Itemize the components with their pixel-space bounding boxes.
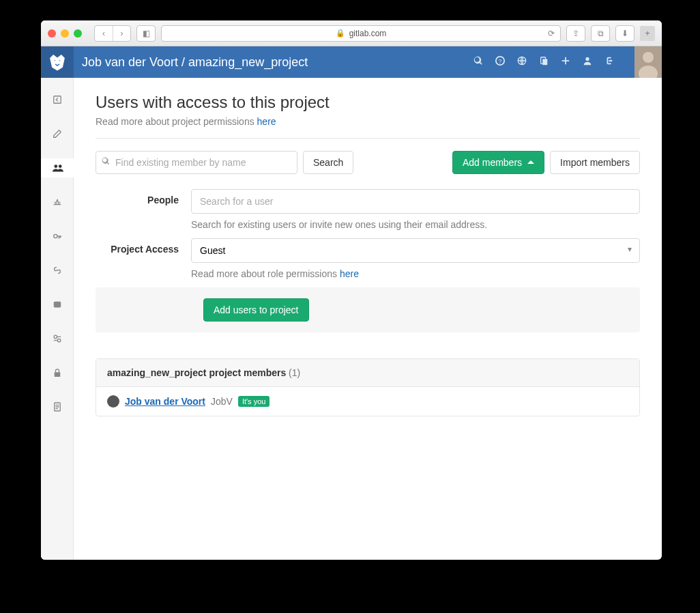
member-username: JobV [211, 396, 233, 407]
member-avatar [107, 395, 119, 408]
svg-point-13 [54, 335, 57, 338]
sidebar-item-webhooks[interactable] [41, 261, 74, 280]
members-header: amazing_new_project project members (1) [96, 359, 639, 387]
members-panel: amazing_new_project project members (1) … [96, 358, 640, 416]
sidebar-item-keys[interactable] [41, 227, 74, 246]
gitlab-header: Job van der Voort / amazing_new_project … [41, 46, 662, 78]
window-controls [48, 29, 82, 38]
sidebar-item-settings[interactable] [41, 329, 74, 348]
svg-rect-12 [53, 302, 61, 308]
nav-back-forward: ‹ › [94, 25, 131, 42]
close-window-button[interactable] [48, 29, 56, 38]
user-avatar[interactable] [635, 46, 662, 78]
svg-point-0 [54, 59, 56, 61]
page-title: Users with access to this project [96, 93, 640, 112]
sidebar-item-protected[interactable] [41, 363, 74, 382]
role-help-link[interactable]: here [340, 268, 359, 279]
access-label: Project Access [96, 238, 191, 279]
sidebar-item-docs[interactable] [41, 397, 74, 416]
url-host: gitlab.com [349, 29, 387, 38]
breadcrumb: Job van der Voort / amazing_new_project [82, 55, 308, 70]
reload-icon[interactable]: ⟳ [548, 29, 555, 38]
access-row: Project Access Guest Read more about rol… [96, 238, 640, 279]
app-body: Users with access to this project Read m… [41, 78, 662, 560]
sidebar-item-back[interactable] [41, 90, 74, 109]
sidebar-item-deploy[interactable] [41, 193, 74, 212]
search-icon [102, 157, 110, 167]
svg-point-1 [59, 59, 61, 61]
svg-rect-6 [542, 59, 547, 65]
svg-rect-15 [54, 372, 60, 377]
svg-point-11 [53, 234, 57, 238]
search-icon[interactable] [473, 56, 483, 68]
safari-window: ‹ › ◧ 🔒 gitlab.com ⟳ ⇪ ⧉ ⬇ + Job van der… [41, 20, 662, 560]
people-help: Search for existing users or invite new … [191, 219, 640, 230]
downloads-group: ⬇ [615, 25, 635, 42]
permissions-help-link[interactable]: here [257, 116, 276, 127]
submit-bar: Add users to project [96, 287, 640, 332]
member-name[interactable]: Job van der Voort [125, 396, 205, 407]
share-group: ⇪ [566, 25, 585, 42]
plus-icon[interactable] [561, 56, 570, 68]
breadcrumb-project[interactable]: amazing_new_project [188, 55, 308, 69]
gitlab-logo[interactable] [41, 46, 74, 78]
add-users-button[interactable]: Add users to project [203, 298, 309, 322]
add-members-button[interactable]: Add members [452, 151, 544, 174]
people-label: People [96, 189, 191, 230]
sidebar-toggle-button[interactable]: ◧ [137, 26, 155, 41]
signout-icon[interactable] [604, 56, 614, 68]
svg-point-14 [57, 339, 60, 341]
access-select[interactable]: Guest [191, 238, 640, 263]
maximize-window-button[interactable] [74, 29, 82, 38]
sidebar-item-members[interactable] [41, 158, 74, 177]
import-members-button[interactable]: Import members [550, 151, 640, 174]
members-toolbar: Search Add members Import members [96, 151, 640, 174]
search-button[interactable]: Search [303, 151, 353, 174]
globe-icon[interactable] [517, 56, 527, 68]
back-button[interactable]: ‹ [95, 26, 113, 41]
forward-button[interactable]: › [113, 26, 130, 41]
minimize-window-button[interactable] [61, 29, 69, 38]
downloads-button[interactable]: ⬇ [616, 26, 634, 41]
access-help: Read more about role permissions here [191, 268, 640, 279]
main-content: Users with access to this project Read m… [74, 78, 662, 560]
its-you-badge: It's you [238, 396, 270, 407]
browser-toolbar: ‹ › ◧ 🔒 gitlab.com ⟳ ⇪ ⧉ ⬇ + [41, 20, 662, 46]
sidebar-item-edit[interactable] [41, 124, 74, 143]
divider [96, 138, 640, 139]
svg-point-7 [585, 57, 589, 61]
tabs-button[interactable]: ⧉ [592, 26, 609, 41]
header-actions: ? [473, 46, 662, 78]
help-icon[interactable]: ? [495, 56, 505, 68]
people-row: People Search for existing users or invi… [96, 189, 640, 230]
page-subtitle: Read more about project permissions here [96, 116, 640, 127]
share-button[interactable]: ⇪ [567, 26, 585, 41]
svg-rect-8 [53, 96, 61, 104]
access-select-wrap: Guest [191, 238, 640, 263]
project-sidebar [41, 78, 74, 560]
svg-point-9 [54, 165, 57, 168]
address-bar[interactable]: 🔒 gitlab.com ⟳ [161, 25, 561, 42]
sidebar-item-git[interactable] [41, 295, 74, 314]
user-icon[interactable] [583, 56, 592, 68]
svg-point-10 [58, 165, 61, 168]
sidebar-toggle-group: ◧ [136, 25, 156, 42]
member-row: Job van der Voort JobV It's you [96, 387, 639, 416]
lock-icon: 🔒 [336, 29, 345, 38]
people-input[interactable] [191, 189, 640, 214]
new-tab-button[interactable]: + [640, 26, 655, 41]
svg-text:?: ? [499, 58, 502, 65]
tabs-group: ⧉ [591, 25, 610, 42]
filter-input[interactable] [96, 151, 297, 174]
breadcrumb-owner[interactable]: Job van der Voort [82, 55, 178, 69]
clipboard-icon[interactable] [539, 56, 549, 68]
filter-wrap [96, 151, 297, 174]
